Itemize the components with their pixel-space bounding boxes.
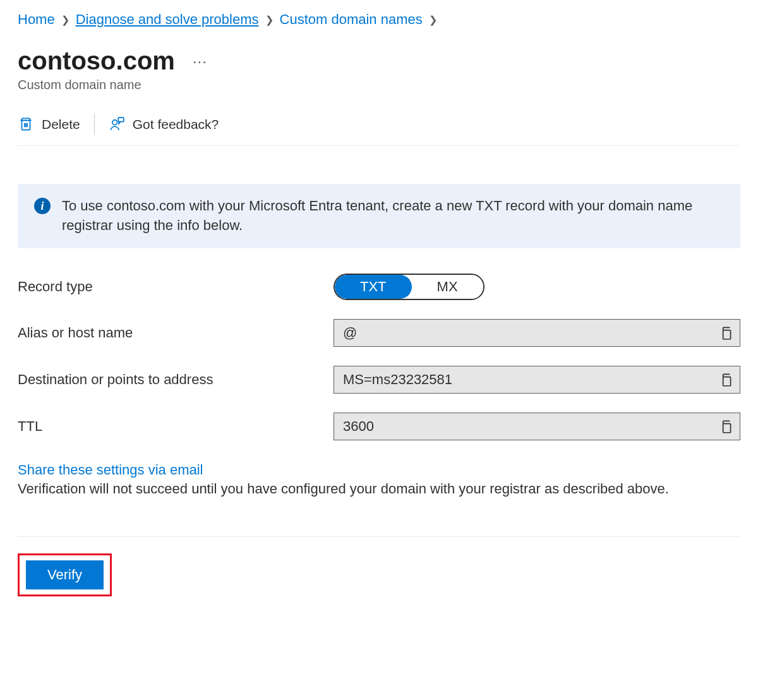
info-icon: i bbox=[34, 198, 51, 214]
verify-highlight: Verify bbox=[18, 553, 112, 596]
info-banner: i To use contoso.com with your Microsoft… bbox=[18, 184, 740, 248]
copy-icon bbox=[718, 418, 734, 435]
toolbar-separator bbox=[94, 114, 95, 135]
ttl-value: 3600 bbox=[334, 418, 712, 435]
feedback-button[interactable]: Got feedback? bbox=[109, 116, 219, 133]
destination-field: MS=ms23232581 bbox=[334, 366, 740, 394]
breadcrumb-home[interactable]: Home bbox=[18, 11, 55, 28]
copy-ttl-button[interactable] bbox=[712, 418, 740, 435]
info-text: To use contoso.com with your Microsoft E… bbox=[62, 196, 724, 236]
toolbar: Delete Got feedback? bbox=[18, 114, 740, 146]
alias-value: @ bbox=[334, 325, 712, 341]
share-settings-link[interactable]: Share these settings via email bbox=[18, 462, 203, 478]
breadcrumb: Home ❯ Diagnose and solve problems ❯ Cus… bbox=[18, 11, 740, 28]
feedback-person-icon bbox=[109, 116, 125, 133]
alias-label: Alias or host name bbox=[18, 325, 334, 341]
record-type-mx[interactable]: MX bbox=[412, 275, 483, 299]
page-subtitle: Custom domain name bbox=[18, 78, 740, 92]
alias-field: @ bbox=[334, 319, 740, 347]
svg-point-1 bbox=[112, 120, 117, 125]
feedback-label: Got feedback? bbox=[133, 117, 219, 132]
chevron-right-icon: ❯ bbox=[265, 14, 274, 26]
page-title: contoso.com bbox=[18, 47, 175, 75]
copy-destination-button[interactable] bbox=[712, 371, 740, 388]
svg-rect-4 bbox=[723, 377, 731, 385]
copy-alias-button[interactable] bbox=[712, 325, 740, 341]
svg-rect-5 bbox=[723, 423, 731, 432]
svg-rect-2 bbox=[118, 118, 124, 122]
chevron-right-icon: ❯ bbox=[429, 14, 437, 26]
delete-label: Delete bbox=[42, 117, 80, 132]
copy-icon bbox=[718, 325, 734, 341]
record-type-toggle: TXT MX bbox=[334, 274, 484, 300]
breadcrumb-diagnose[interactable]: Diagnose and solve problems bbox=[76, 11, 259, 28]
chevron-right-icon: ❯ bbox=[61, 14, 69, 26]
ttl-field: 3600 bbox=[334, 413, 740, 440]
breadcrumb-custom-domains[interactable]: Custom domain names bbox=[280, 11, 423, 28]
verify-button[interactable]: Verify bbox=[26, 560, 104, 589]
destination-label: Destination or points to address bbox=[18, 371, 334, 388]
delete-button[interactable]: Delete bbox=[18, 116, 80, 133]
copy-icon bbox=[718, 371, 734, 388]
footer-divider bbox=[18, 536, 740, 537]
verification-note: Verification will not succeed until you … bbox=[18, 480, 740, 499]
trash-icon bbox=[18, 116, 34, 133]
ttl-label: TTL bbox=[18, 418, 334, 435]
svg-rect-3 bbox=[723, 330, 731, 339]
more-actions-button[interactable]: ··· bbox=[193, 52, 207, 70]
destination-value: MS=ms23232581 bbox=[334, 371, 712, 388]
record-type-txt[interactable]: TXT bbox=[335, 275, 412, 299]
record-type-label: Record type bbox=[18, 279, 334, 295]
